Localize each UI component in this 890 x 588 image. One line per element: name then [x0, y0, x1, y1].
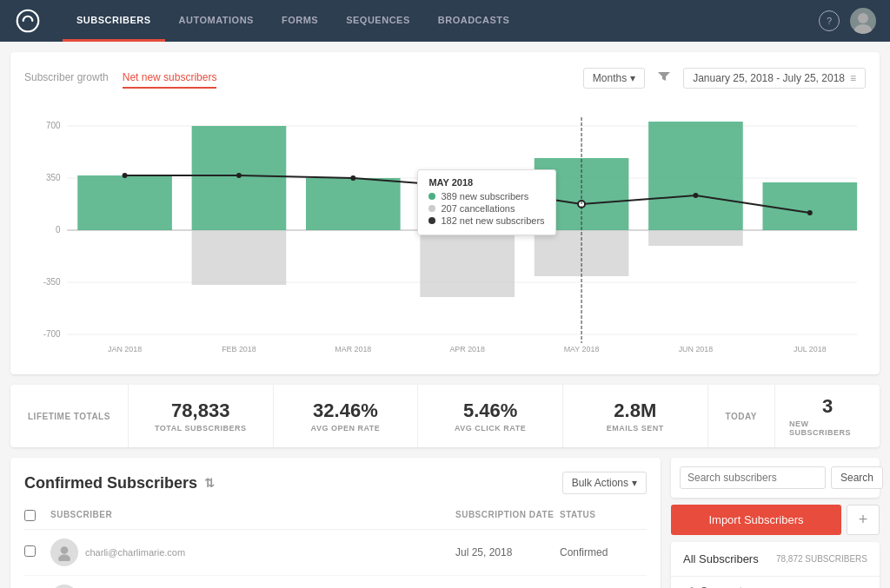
nav-subscribers[interactable]: SUBSCRIBERS	[63, 0, 165, 42]
add-button[interactable]: +	[847, 505, 880, 535]
table-row: charli@charlimarie.com Jul 25, 2018 Conf…	[24, 530, 647, 576]
stat-value-total: 78,833	[171, 400, 229, 422]
nav-sequences[interactable]: SEQUENCES	[332, 0, 424, 42]
tab-net-new-subscribers[interactable]: Net new subscribers	[123, 68, 217, 89]
subscriber-cell-2: Barrett barrett@convertkit.com	[50, 585, 455, 588]
chart-svg: 700 350 0 -350 -700	[24, 100, 866, 360]
months-dropdown[interactable]: Months ▾	[583, 68, 645, 89]
stats-items: 78,833 TOTAL SUBSCRIBERS 32.46% AVG OPEN…	[129, 385, 707, 447]
svg-point-28	[465, 184, 470, 189]
chart-controls: Months ▾ January 25, 2018 - July 25, 201…	[583, 66, 866, 89]
import-row: Import Subscribers +	[671, 505, 880, 535]
subscriber-cell-1: charli@charlimarie.com	[50, 538, 455, 566]
date-range-text: January 25, 2018 - July 25, 2018	[693, 72, 845, 84]
svg-rect-22	[648, 122, 743, 230]
segments-item[interactable]: Segments	[671, 577, 880, 588]
search-box: Search	[671, 458, 880, 498]
svg-point-30	[693, 193, 698, 198]
calendar-icon: ≡	[850, 72, 856, 84]
svg-text:JUL 2018: JUL 2018	[794, 345, 827, 353]
svg-rect-19	[420, 230, 515, 297]
svg-text:FEB 2018: FEB 2018	[222, 345, 256, 353]
stat-value-today: 3	[822, 395, 833, 418]
chevron-down-icon: ▾	[632, 477, 637, 489]
svg-point-40	[61, 546, 69, 554]
svg-rect-17	[306, 178, 401, 230]
stat-emails-sent: 2.8M EMAILS SENT	[563, 385, 707, 447]
svg-text:350: 350	[46, 173, 61, 182]
chart-section: Subscriber growth Net new subscribers Mo…	[10, 52, 880, 374]
months-label: Months	[593, 72, 627, 84]
svg-rect-16	[192, 230, 287, 285]
chart-tabs: Subscriber growth Net new subscribers	[24, 68, 230, 89]
stat-label-total: TOTAL SUBSCRIBERS	[155, 424, 247, 433]
stat-label-open: AVG OPEN RATE	[311, 424, 381, 433]
subscriber-avatar-2	[50, 585, 78, 588]
nav-forms[interactable]: FORMS	[268, 0, 332, 42]
svg-text:-700: -700	[43, 329, 61, 339]
bottom-section: Confirmed Subscribers ⇅ Bulk Actions ▾ S…	[10, 458, 880, 588]
app-logo[interactable]	[14, 7, 42, 35]
stat-label-today: NEW SUBSCRIBERS	[789, 420, 866, 437]
subscriber-avatar-1	[50, 538, 78, 566]
select-all-checkbox[interactable]	[24, 510, 36, 521]
top-nav: SUBSCRIBERS AUTOMATIONS FORMS SEQUENCES …	[0, 0, 890, 42]
table-header: SUBSCRIBER SUBSCRIPTION DATE STATUS	[24, 505, 647, 530]
stat-value-emails: 2.8M	[614, 400, 656, 422]
svg-text:JAN 2018: JAN 2018	[108, 345, 142, 353]
subscribers-title: Confirmed Subscribers ⇅	[24, 474, 215, 492]
subscribers-header: Confirmed Subscribers ⇅ Bulk Actions ▾	[24, 472, 647, 494]
svg-point-31	[807, 210, 813, 215]
svg-text:MAR 2018: MAR 2018	[335, 345, 371, 353]
date-range-picker[interactable]: January 25, 2018 - July 25, 2018 ≡	[683, 68, 866, 89]
svg-text:0: 0	[56, 225, 61, 235]
nav-broadcasts[interactable]: BROADCASTS	[424, 0, 524, 42]
stat-open-rate: 32.46% AVG OPEN RATE	[274, 385, 419, 447]
nav-automations[interactable]: AUTOMATIONS	[165, 0, 268, 42]
svg-text:APR 2018: APR 2018	[449, 345, 485, 353]
svg-text:JUN 2018: JUN 2018	[679, 345, 714, 353]
svg-rect-14	[77, 175, 172, 230]
segments-panel: All Subscribers 78,872 SUBSCRIBERS Segme…	[671, 542, 880, 588]
filter-icon[interactable]	[652, 66, 676, 89]
help-button[interactable]: ?	[819, 10, 840, 31]
subscriber-info-1: charli@charlimarie.com	[85, 547, 185, 558]
bulk-actions-button[interactable]: Bulk Actions ▾	[562, 472, 647, 494]
tab-subscriber-growth[interactable]: Subscriber growth	[24, 68, 109, 89]
svg-point-0	[17, 10, 39, 32]
svg-text:-350: -350	[43, 277, 61, 287]
stat-label-emails: EMAILS SENT	[607, 424, 664, 433]
search-input[interactable]	[680, 466, 826, 489]
stats-today-value: 3 NEW SUBSCRIBERS	[775, 385, 880, 447]
user-avatar[interactable]	[850, 8, 876, 34]
svg-text:MAY 2018: MAY 2018	[564, 345, 600, 353]
svg-rect-23	[648, 230, 743, 246]
subscribers-panel: Confirmed Subscribers ⇅ Bulk Actions ▾ S…	[10, 458, 661, 588]
stat-value-open: 32.46%	[313, 400, 378, 422]
svg-rect-24	[762, 182, 857, 230]
stats-today-label: TODAY	[707, 385, 775, 447]
search-button[interactable]: Search	[831, 466, 883, 489]
sort-icon[interactable]: ⇅	[204, 476, 215, 490]
chart-header: Subscriber growth Net new subscribers Mo…	[24, 66, 866, 89]
stat-total-subscribers: 78,833 TOTAL SUBSCRIBERS	[129, 385, 274, 447]
svg-point-25	[123, 173, 128, 178]
stats-row: LIFETIME TOTALS 78,833 TOTAL SUBSCRIBERS…	[10, 385, 880, 447]
stat-click-rate: 5.46% AVG CLICK RATE	[418, 385, 563, 447]
svg-point-27	[350, 175, 355, 181]
all-subscribers-item[interactable]: All Subscribers 78,872 SUBSCRIBERS	[671, 542, 880, 577]
svg-point-41	[58, 555, 70, 562]
svg-point-2	[854, 24, 872, 34]
nav-right: ?	[819, 8, 876, 34]
sidebar-panel: Search Import Subscribers + All Subscrib…	[671, 458, 880, 588]
row-checkbox-1[interactable]	[24, 545, 36, 557]
svg-point-26	[236, 173, 242, 178]
nav-links: SUBSCRIBERS AUTOMATIONS FORMS SEQUENCES …	[63, 0, 819, 42]
import-subscribers-button[interactable]: Import Subscribers	[671, 505, 841, 535]
chart-area: 700 350 0 -350 -700	[24, 100, 866, 360]
svg-text:700: 700	[46, 121, 61, 130]
chevron-down-icon: ▾	[630, 72, 635, 84]
stat-value-click: 5.46%	[463, 400, 517, 422]
svg-point-1	[858, 13, 868, 23]
table-row: Barrett barrett@convertkit.com Jul 25, 2…	[24, 576, 647, 588]
